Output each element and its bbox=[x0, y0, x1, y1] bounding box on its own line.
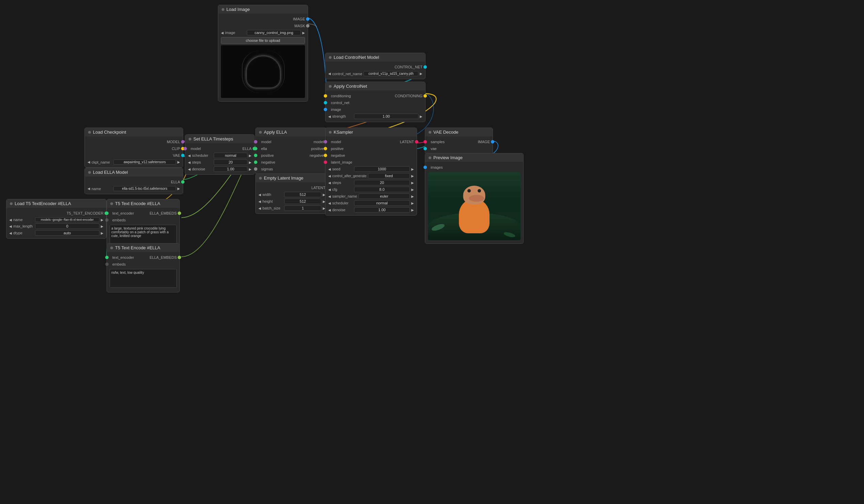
field-value-cfg[interactable]: 8.0 bbox=[354, 187, 410, 192]
field-value-name[interactable]: ella-sd1.5-tsc-t5xl.safetensors bbox=[113, 186, 176, 191]
dtype-field[interactable]: ◀ dtype auto ▶ bbox=[7, 230, 106, 236]
scheduler-field[interactable]: ◀ scheduler normal ▶ bbox=[185, 152, 254, 159]
field-value-control-after[interactable]: fixed bbox=[368, 173, 410, 179]
strength-field[interactable]: ◀ strength 1.00 ▶ bbox=[325, 113, 425, 120]
batch-size-field[interactable]: ◀ batch_size 1 ▶ bbox=[256, 205, 328, 211]
ckpt-name-field[interactable]: ◀ ckpt_name awpainting_v12.safetensors ▶ bbox=[85, 159, 183, 165]
field-arrow-right[interactable]: ▶ bbox=[411, 181, 414, 185]
t5-name-field[interactable]: ◀ name models--google--flan-t5-xl-text-e… bbox=[7, 217, 106, 223]
field-arrow-left[interactable]: ◀ bbox=[259, 206, 261, 210]
field-arrow-right[interactable]: ▶ bbox=[249, 154, 252, 158]
field-arrow-right[interactable]: ▶ bbox=[420, 114, 422, 118]
steps-field[interactable]: ◀ steps 20 ▶ bbox=[325, 179, 417, 186]
negative-prompt-textarea[interactable]: nsfw, text, low quaility bbox=[110, 269, 177, 288]
field-arrow-left[interactable]: ◀ bbox=[9, 231, 12, 235]
controlnet-name-field[interactable]: ◀ control_net_name control_v11p_sd15_can… bbox=[325, 70, 425, 77]
field-arrow-left[interactable]: ◀ bbox=[9, 224, 12, 228]
denoise-field[interactable]: ◀ denoise 1.00 ▶ bbox=[325, 206, 417, 213]
field-arrow-right[interactable]: ▶ bbox=[411, 201, 414, 205]
field-arrow-left[interactable]: ◀ bbox=[87, 187, 90, 190]
field-arrow-left[interactable]: ◀ bbox=[328, 167, 331, 171]
port-ella-in-label: ella bbox=[261, 147, 267, 151]
field-arrow-left[interactable]: ◀ bbox=[328, 201, 331, 205]
field-arrow-left[interactable]: ◀ bbox=[328, 114, 331, 118]
field-value-steps[interactable]: 20 bbox=[354, 180, 410, 185]
field-value-denoise[interactable]: 1.00 bbox=[354, 207, 410, 212]
field-value-sched[interactable]: normal bbox=[354, 200, 410, 206]
ella-name-field[interactable]: ◀ name ella-sd1.5-tsc-t5xl.safetensors ▶ bbox=[85, 185, 183, 192]
node-canvas: Load Image IMAGE MASK ◀ image canny_cont… bbox=[0, 0, 864, 504]
scheduler-field[interactable]: ◀ scheduler normal ▶ bbox=[325, 200, 417, 206]
field-label-sched: scheduler bbox=[332, 201, 353, 205]
field-arrow-right[interactable]: ▶ bbox=[249, 167, 252, 171]
field-arrow-right[interactable]: ▶ bbox=[101, 224, 104, 228]
field-label-t5name: name bbox=[13, 218, 34, 222]
field-arrow-left[interactable]: ◀ bbox=[87, 160, 90, 164]
field-arrow-left[interactable]: ◀ bbox=[328, 174, 331, 178]
positive-prompt-textarea[interactable]: a large, textured pink crocodile lying c… bbox=[110, 225, 177, 244]
field-value-t5name[interactable]: models--google--flan-t5-xl-text-encoder bbox=[35, 217, 99, 222]
field-arrow-right[interactable]: ▶ bbox=[411, 167, 414, 171]
field-arrow-left[interactable]: ◀ bbox=[221, 31, 224, 35]
max-length-field[interactable]: ◀ max_length 0 ▶ bbox=[7, 223, 106, 230]
field-arrow-left[interactable]: ◀ bbox=[188, 154, 191, 158]
control-after-field[interactable]: ◀ control_after_generate fixed ▶ bbox=[325, 172, 417, 179]
field-value-image[interactable]: canny_control_img.png bbox=[247, 30, 301, 35]
steps-field[interactable]: ◀ steps 20 ▶ bbox=[185, 159, 254, 165]
vae-decode-title: VAE Decode bbox=[433, 130, 458, 135]
load-checkpoint-header: Load Checkpoint bbox=[85, 128, 183, 136]
text-encoder-in-connector bbox=[105, 256, 109, 259]
field-arrow-right[interactable]: ▶ bbox=[411, 174, 414, 178]
field-arrow-left[interactable]: ◀ bbox=[328, 195, 331, 198]
field-arrow-right[interactable]: ▶ bbox=[177, 187, 180, 190]
upload-button[interactable]: choose file to upload bbox=[221, 37, 305, 44]
field-value-dtype[interactable]: auto bbox=[35, 230, 99, 236]
field-value-strength[interactable]: 1.00 bbox=[354, 114, 418, 119]
field-value-maxlength[interactable]: 0 bbox=[35, 223, 99, 229]
image-out-connector bbox=[306, 17, 310, 21]
t5-encode-neg-body: text_encoder ELLA_EMBEDS embeds nsfw, te… bbox=[107, 252, 179, 292]
preview-image-body: images bbox=[425, 162, 523, 244]
field-arrow-right[interactable]: ▶ bbox=[302, 31, 305, 35]
apply-controlnet-header: Apply ControlNet bbox=[325, 82, 425, 90]
field-arrow-right[interactable]: ▶ bbox=[420, 72, 422, 75]
height-field[interactable]: ◀ height 512 ▶ bbox=[256, 198, 328, 205]
field-arrow-left[interactable]: ◀ bbox=[328, 72, 331, 75]
field-arrow-left[interactable]: ◀ bbox=[188, 167, 191, 171]
conditioning-in-connector bbox=[324, 94, 327, 98]
denoise-field[interactable]: ◀ denoise 1.00 ▶ bbox=[185, 165, 254, 172]
field-arrow-left[interactable]: ◀ bbox=[188, 160, 191, 164]
field-value-ckpt[interactable]: awpainting_v12.safetensors bbox=[113, 160, 176, 164]
field-arrow-right[interactable]: ▶ bbox=[249, 160, 252, 164]
field-arrow-right[interactable]: ▶ bbox=[411, 188, 414, 192]
field-value-width[interactable]: 512 bbox=[284, 192, 321, 197]
field-value-steps[interactable]: 20 bbox=[214, 160, 248, 165]
field-arrow-right[interactable]: ▶ bbox=[411, 195, 414, 198]
field-arrow-left[interactable]: ◀ bbox=[259, 200, 261, 204]
field-arrow-right[interactable]: ▶ bbox=[411, 208, 414, 212]
port-vae-in-label: vae bbox=[431, 147, 437, 151]
field-value-batch[interactable]: 1 bbox=[284, 206, 321, 211]
sampler-field[interactable]: ◀ sampler_name euler ▶ bbox=[325, 193, 417, 200]
seed-field[interactable]: ◀ seed 1000 ▶ bbox=[325, 165, 417, 172]
port-latent-out: LATENT bbox=[256, 184, 328, 191]
field-arrow-right[interactable]: ▶ bbox=[101, 231, 104, 235]
field-arrow-left[interactable]: ◀ bbox=[259, 193, 261, 197]
field-value-height[interactable]: 512 bbox=[284, 199, 321, 204]
field-value-seed[interactable]: 1000 bbox=[354, 166, 410, 172]
field-value-denoise[interactable]: 1.00 bbox=[214, 166, 248, 172]
field-arrow-left[interactable]: ◀ bbox=[328, 181, 331, 185]
width-field[interactable]: ◀ width 512 ▶ bbox=[256, 191, 328, 198]
field-label-controlnet: control_net_name bbox=[332, 72, 362, 76]
field-arrow-right[interactable]: ▶ bbox=[101, 218, 104, 222]
field-arrow-left[interactable]: ◀ bbox=[328, 188, 331, 192]
field-arrow-right[interactable]: ▶ bbox=[177, 160, 180, 164]
field-arrow-left[interactable]: ◀ bbox=[328, 208, 331, 212]
port-negative-in: negative bbox=[256, 159, 326, 165]
field-value-sampler[interactable]: euler bbox=[359, 194, 410, 199]
image-field[interactable]: ◀ image canny_control_img.png ▶ bbox=[218, 29, 308, 36]
field-arrow-left[interactable]: ◀ bbox=[9, 218, 12, 222]
field-value-scheduler[interactable]: normal bbox=[214, 153, 248, 158]
field-value-controlnet[interactable]: control_v11p_sd15_canny.pth bbox=[363, 71, 418, 76]
cfg-field[interactable]: ◀ cfg 8.0 ▶ bbox=[325, 186, 417, 193]
